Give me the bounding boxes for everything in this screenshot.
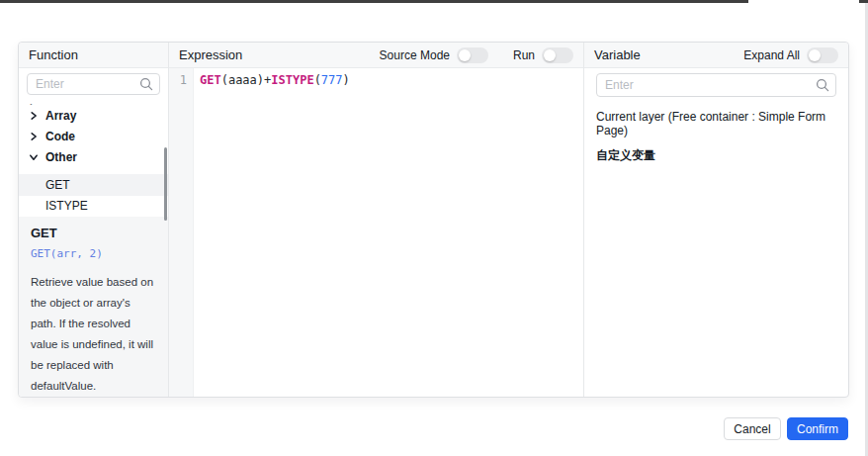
function-doc-description: Retrieve value based on the object or ar… <box>31 272 156 397</box>
cancel-button[interactable]: Cancel <box>724 417 781 440</box>
tree-group-label: Array <box>45 109 76 123</box>
chevron-right-icon <box>29 111 39 121</box>
toggle-knob <box>459 49 471 61</box>
variable-panel: Variable Expand All Current layer (Free … <box>584 43 848 397</box>
expression-panel-title: Expression <box>179 47 242 62</box>
line-number: 1 <box>180 73 187 87</box>
search-icon <box>139 77 153 91</box>
function-doc-title: GET <box>31 226 156 240</box>
tree-item-istype[interactable]: ISTYPE <box>19 196 168 217</box>
expression-code-editor[interactable]: GET(aaaa)+ISTYPE(777) <box>194 68 583 397</box>
code-token-plain: (aaaa)+ <box>221 73 272 87</box>
chevron-down-icon <box>29 152 39 162</box>
editor-gutter: 1 <box>169 68 194 397</box>
variable-panel-header: Variable Expand All <box>584 43 848 68</box>
variable-search-input[interactable] <box>596 73 836 97</box>
formula-editor-dialog: Function › Array Code <box>18 42 849 398</box>
source-mode-label: Source Mode <box>380 48 450 62</box>
expand-all-label: Expand All <box>743 48 800 62</box>
expression-panel: Expression Source Mode Run 1 GET(aaaa)+I… <box>169 43 584 397</box>
code-token-plain: ( <box>314 73 321 87</box>
tree-group-code[interactable]: Code <box>19 126 168 146</box>
tree-group-other[interactable]: Other <box>19 147 168 168</box>
function-panel: Function › Array Code <box>19 43 169 397</box>
code-token-function: GET <box>200 73 221 87</box>
expand-all-toggle[interactable] <box>807 47 838 63</box>
chevron-right-icon <box>29 132 39 141</box>
toggle-knob <box>809 49 821 61</box>
code-token-function: ISTYPE <box>271 73 313 87</box>
function-list-scrollbar[interactable] <box>164 147 167 221</box>
tree-item-get[interactable]: GET <box>19 174 168 195</box>
tree-group-label: Code <box>45 130 75 143</box>
run-label: Run <box>513 48 535 62</box>
run-toggle[interactable] <box>542 47 573 63</box>
source-mode-toggle[interactable] <box>457 47 488 63</box>
code-token-plain: ) <box>343 73 350 87</box>
variable-panel-title: Variable <box>594 47 641 62</box>
function-doc: GET GET(arr, 2) Retrieve value based on … <box>19 217 168 397</box>
expression-panel-header: Expression Source Mode Run <box>169 43 583 68</box>
function-doc-signature: GET(arr, 2) <box>31 247 156 260</box>
confirm-button[interactable]: Confirm <box>787 417 848 440</box>
variable-current-layer: Current layer (Free container : Simple F… <box>596 110 836 137</box>
tree-group-label: Other <box>45 150 77 164</box>
tree-group-array[interactable]: Array <box>19 105 168 126</box>
search-icon <box>816 78 829 92</box>
variable-custom-variable[interactable]: 自定义变量 <box>596 147 836 164</box>
window-top-border <box>0 0 748 3</box>
code-token-number: 777 <box>321 73 343 87</box>
function-panel-header: Function <box>19 43 168 68</box>
toggle-knob <box>544 49 556 61</box>
function-panel-title: Function <box>29 47 78 62</box>
